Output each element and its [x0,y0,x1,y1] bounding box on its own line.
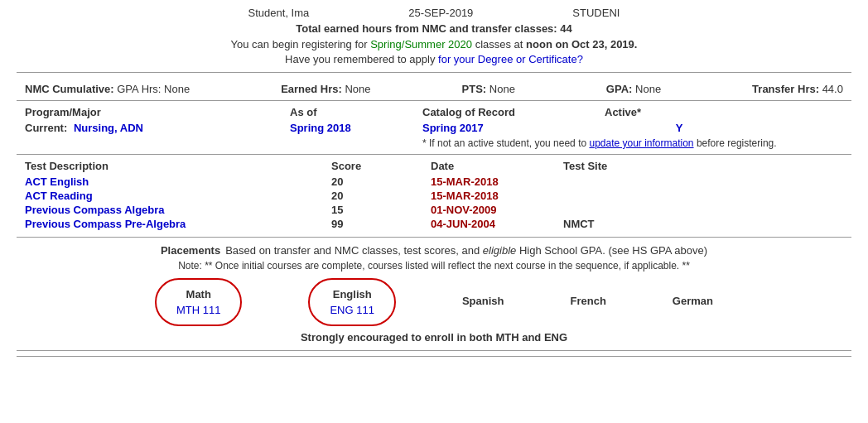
test-site-4: NMCT [563,218,696,230]
date-header: Date [431,160,563,172]
placement-german: German [673,295,713,310]
spanish-label: Spanish [462,295,504,307]
table-row: ACT English 20 15-MAR-2018 [25,175,843,188]
register-link[interactable]: Spring/Summer 2020 [370,38,472,50]
asof-col-header: As of [290,106,422,118]
update-info-link[interactable]: update your information [589,137,693,149]
footnote: * If not an active student, you need to … [422,137,777,149]
top-divider [17,72,851,73]
test-score-3: 15 [331,204,431,216]
french-label: French [571,295,606,307]
nmc-cumulative-row: NMC Cumulative: GPA Hrs: None Earned Hrs… [17,78,851,101]
test-date-2: 15-MAR-2018 [431,190,499,202]
gpa-hrs-value: None [164,83,190,95]
active-value: Y [676,122,683,134]
catalog-col-header: Catalog of Record [422,106,605,118]
earned-hrs-label: Earned Hrs: [281,83,342,95]
test-site-1 [563,175,696,188]
placement-spanish: Spanish [462,295,504,310]
catalog-value: Spring 2017 [422,122,484,134]
test-name-2: ACT Reading [25,190,93,202]
register-line: You can begin registering for Spring/Sum… [17,38,851,50]
test-section: Test Description Score Date Test Site AC… [17,155,851,238]
test-desc-header: Test Description [25,160,331,172]
placement-math: Math MTH 111 [155,278,242,326]
gpa-hrs-label: GPA Hrs: [117,83,161,95]
test-site-3 [563,204,696,216]
test-score-1: 20 [331,175,431,188]
student-name: Student, Ima [248,7,310,19]
site-header: Test Site [563,160,696,172]
test-name-4: Previous Compass Pre-Algebra [25,218,186,230]
math-label: Math [176,288,220,300]
bottom-divider [17,356,851,357]
gpa-value: None [635,83,661,95]
student-id: STUDENI [572,7,620,19]
placements-courses: Math MTH 111 English ENG 111 Spanish Fre… [25,278,843,326]
active-col-header: Active* [605,106,754,118]
placements-label: Placements [161,244,220,257]
test-name-3: Previous Compass Algebra [25,204,165,216]
table-row: ACT Reading 20 15-MAR-2018 [25,190,843,202]
placement-french: French [571,295,606,310]
test-name-1: ACT English [25,175,89,188]
test-date-4: 04-JUN-2004 [431,218,495,230]
test-site-2 [563,190,696,202]
transfer-hrs-value: 44.0 [822,83,843,95]
pts-value: None [489,83,515,95]
program-section: Program/Major As of Catalog of Record Ac… [17,101,851,155]
header-date: 25-SEP-2019 [408,7,473,19]
total-hours: Total earned hours from NMC and transfer… [17,22,851,35]
pts-label: PTS: [462,83,487,95]
placement-english: English ENG 111 [308,278,395,326]
test-date-3: 01-NOV-2009 [431,204,497,216]
nmc-label: NMC Cumulative: [25,83,114,95]
degree-line: Have you remembered to apply for your De… [17,53,851,65]
table-row: Previous Compass Pre-Algebra 99 04-JUN-2… [25,218,843,230]
german-label: German [673,295,713,307]
note-row: Note: ** Once initial courses are comple… [25,260,843,272]
current-label: Current: [25,122,67,134]
encouraged-row: Strongly encouraged to enroll in both MT… [25,331,843,344]
degree-link[interactable]: for your Degree or Certificate? [438,53,583,65]
score-header: Score [331,160,431,172]
test-date-1: 15-MAR-2018 [431,175,499,188]
placements-section: Placements Based on transfer and NMC cla… [17,238,851,351]
as-of-value: Spring 2018 [290,122,351,134]
test-score-4: 99 [331,218,431,230]
english-course: ENG 111 [330,304,374,316]
math-course: MTH 111 [176,304,220,316]
program-col-header: Program/Major [25,106,290,118]
earned-hrs-value: None [345,83,370,95]
test-score-2: 20 [331,190,431,202]
english-label: English [330,288,374,300]
program-name: Nursing, ADN [74,122,143,134]
gpa-label: GPA: [606,83,633,95]
placements-description: Based on transfer and NMC classes, test … [225,244,707,257]
table-row: Previous Compass Algebra 15 01-NOV-2009 [25,204,843,216]
transfer-hrs-label: Transfer Hrs: [752,83,819,95]
